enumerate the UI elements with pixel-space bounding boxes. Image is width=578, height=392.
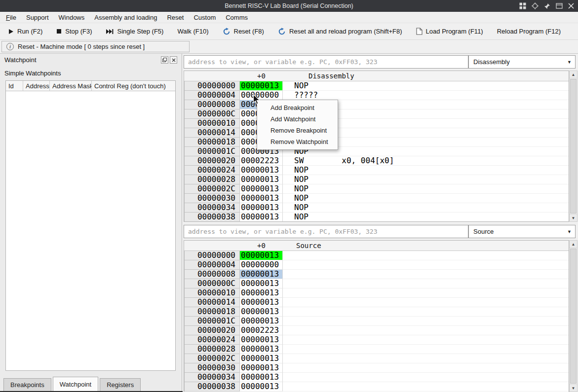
scroll-down-icon[interactable]: ▼ xyxy=(570,214,577,221)
scrollbar-thumb[interactable] xyxy=(570,79,577,214)
value-cell[interactable]: 00000013 xyxy=(240,81,283,91)
reload-program-button[interactable]: Reload Program (F12) xyxy=(497,28,561,35)
value-cell[interactable]: 00000013 xyxy=(240,166,283,175)
address-cell[interactable]: 0000000C xyxy=(184,109,240,119)
address-cell[interactable]: 00000014 xyxy=(184,128,240,138)
address-cell[interactable]: 00000000 xyxy=(184,81,240,91)
address-cell[interactable]: 00000018 xyxy=(184,138,240,147)
value-cell[interactable]: 00000000 xyxy=(240,91,283,100)
pin-icon[interactable] xyxy=(544,3,550,9)
address-cell[interactable]: 00000028 xyxy=(184,175,240,184)
tab-registers[interactable]: Registers xyxy=(100,378,141,391)
value-cell[interactable]: 00000013 xyxy=(240,345,283,354)
scroll-up-icon[interactable]: ▲ xyxy=(570,241,577,248)
address-cell[interactable]: 00000020 xyxy=(184,156,240,166)
menu-item-remove-watchpoint[interactable]: Remove Watchpoint xyxy=(257,136,338,147)
address-cell[interactable]: 00000020 xyxy=(184,326,240,335)
menu-item-reset[interactable]: Reset xyxy=(162,12,189,23)
address-cell[interactable]: 0000001C xyxy=(184,147,240,156)
value-cell[interactable]: 00000013 xyxy=(240,298,283,307)
value-cell[interactable]: 00002223 xyxy=(240,156,283,166)
value-cell[interactable]: 00000013 xyxy=(240,354,283,363)
address-cell[interactable]: 00000034 xyxy=(184,203,240,213)
view-mode-select-disassembly[interactable]: Disassembly ▼ xyxy=(468,55,576,69)
value-cell[interactable]: 00000013 xyxy=(240,213,283,222)
address-cell[interactable]: 00000024 xyxy=(184,335,240,345)
window-shade-icon[interactable] xyxy=(556,2,563,9)
load-program-button[interactable]: Load Program (F11) xyxy=(416,28,483,35)
single-step-button[interactable]: Single Step (F5) xyxy=(106,28,163,35)
value-cell[interactable]: 00000000 xyxy=(240,260,283,270)
memory-row: 0000002400000013NOP xyxy=(184,166,569,175)
address-cell[interactable]: 00000038 xyxy=(184,213,240,222)
value-cell[interactable]: 00000013 xyxy=(240,279,283,288)
menu-item-file[interactable]: File xyxy=(1,12,21,23)
address-cell[interactable]: 00000004 xyxy=(184,91,240,100)
run-button[interactable]: Run (F2) xyxy=(8,28,42,35)
source-cell xyxy=(283,317,569,326)
scroll-down-icon[interactable]: ▼ xyxy=(570,384,577,392)
disassembly-scrollbar[interactable]: ▲ ▼ xyxy=(569,71,578,222)
value-cell[interactable]: 00000013 xyxy=(240,335,283,345)
menu-item-windows[interactable]: Windows xyxy=(54,12,90,23)
scrollbar-track[interactable] xyxy=(570,248,577,384)
address-cell[interactable]: 00000034 xyxy=(184,373,240,382)
tab-breakpoints[interactable]: Breakpoints xyxy=(3,378,51,391)
address-cell[interactable]: 00000000 xyxy=(184,251,240,260)
menu-item-remove-breakpoint[interactable]: Remove Breakpoint xyxy=(257,125,338,136)
value-cell[interactable]: 00000013 xyxy=(240,363,283,373)
menu-item-support[interactable]: Support xyxy=(21,12,54,23)
address-cell[interactable]: 00000014 xyxy=(184,298,240,307)
value-cell[interactable]: 00000013 xyxy=(240,175,283,184)
address-cell[interactable]: 00000008 xyxy=(184,100,240,109)
menu-item-add-watchpoint[interactable]: Add Watchpoint xyxy=(257,113,338,125)
float-panel-icon[interactable] xyxy=(161,56,168,64)
address-cell[interactable]: 0000000C xyxy=(184,279,240,288)
walk-button[interactable]: Walk (F10) xyxy=(177,28,208,35)
address-cell[interactable]: 00000028 xyxy=(184,345,240,354)
address-input-source[interactable] xyxy=(184,225,468,238)
reset-button[interactable]: Reset (F8) xyxy=(223,28,264,36)
address-input-disassembly[interactable] xyxy=(184,55,468,69)
workspace-grid-icon[interactable] xyxy=(519,2,526,9)
menu-item-add-breakpoint[interactable]: Add Breakpoint xyxy=(257,102,338,113)
close-panel-icon[interactable] xyxy=(170,56,177,64)
address-cell[interactable]: 0000002C xyxy=(184,184,240,194)
value-cell[interactable]: 00000013 xyxy=(240,373,283,382)
address-cell[interactable]: 00000024 xyxy=(184,166,240,175)
address-cell[interactable]: 00000010 xyxy=(184,288,240,298)
scrollbar-thumb[interactable] xyxy=(570,249,577,384)
scroll-up-icon[interactable]: ▲ xyxy=(570,71,577,78)
value-cell[interactable]: 00000013 xyxy=(240,317,283,326)
watchpoints-table-body[interactable] xyxy=(6,91,175,370)
close-icon[interactable] xyxy=(568,3,574,9)
address-cell[interactable]: 0000002C xyxy=(184,354,240,363)
value-cell[interactable]: 00000013 xyxy=(240,270,283,279)
value-cell[interactable]: 00000013 xyxy=(240,203,283,213)
scrollbar-track[interactable] xyxy=(570,78,577,214)
stop-button[interactable]: Stop (F3) xyxy=(56,28,92,35)
menu-item-custom[interactable]: Custom xyxy=(189,12,221,23)
address-cell[interactable]: 00000038 xyxy=(184,382,240,392)
source-scrollbar[interactable]: ▲ ▼ xyxy=(569,240,578,392)
value-cell[interactable]: 00000013 xyxy=(240,382,283,392)
value-cell[interactable]: 00000013 xyxy=(240,251,283,260)
value-cell[interactable]: 00000013 xyxy=(240,307,283,317)
crosshair-icon[interactable] xyxy=(532,2,539,9)
value-cell[interactable]: 00000013 xyxy=(240,194,283,203)
menu-item-assembly-and-loading[interactable]: Assembly and loading xyxy=(89,12,162,23)
address-cell[interactable]: 00000004 xyxy=(184,260,240,270)
address-cell[interactable]: 00000008 xyxy=(184,270,240,279)
reset-all-reload-button[interactable]: Reset all and reload program (Shift+F8) xyxy=(278,28,402,36)
value-cell[interactable]: 00000013 xyxy=(240,288,283,298)
address-cell[interactable]: 00000030 xyxy=(184,363,240,373)
value-cell[interactable]: 00002223 xyxy=(240,326,283,335)
view-mode-select-source[interactable]: Source ▼ xyxy=(468,225,576,238)
menu-item-comms[interactable]: Comms xyxy=(221,12,253,23)
address-cell[interactable]: 0000001C xyxy=(184,317,240,326)
tab-watchpoint[interactable]: Watchpoint xyxy=(53,377,99,391)
address-cell[interactable]: 00000030 xyxy=(184,194,240,203)
address-cell[interactable]: 00000018 xyxy=(184,307,240,317)
value-cell[interactable]: 00000013 xyxy=(240,184,283,194)
address-cell[interactable]: 00000010 xyxy=(184,119,240,128)
